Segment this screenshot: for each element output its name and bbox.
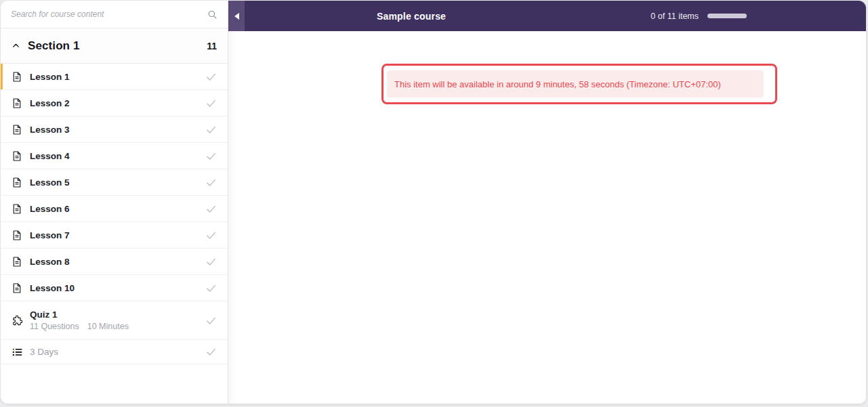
checkmark-icon <box>205 176 217 188</box>
section-header[interactable]: Section 1 11 <box>1 28 228 64</box>
course-content-sidebar: Section 1 11 Lesson 1 Lesson 2 Lesson 3 <box>1 1 228 404</box>
search-bar <box>1 1 228 28</box>
search-input[interactable] <box>11 9 206 19</box>
checkmark-icon <box>205 346 217 358</box>
sidebar-item-lesson-3[interactable]: Lesson 3 <box>1 116 228 143</box>
item-meta: 10 Minutes <box>87 322 129 331</box>
checkmark-icon <box>205 282 217 294</box>
document-icon <box>12 98 22 108</box>
item-meta: 11 Questions <box>30 322 79 331</box>
progress-label: 0 of 11 items <box>650 12 699 21</box>
checkmark-icon <box>205 314 217 326</box>
item-label: Lesson 8 <box>30 257 70 267</box>
item-label: Lesson 5 <box>30 177 70 188</box>
document-icon <box>12 177 22 188</box>
sidebar-item-lesson-4[interactable]: Lesson 4 <box>1 143 228 169</box>
sidebar-item-lesson-5[interactable]: Lesson 5 <box>1 169 228 196</box>
page-background: Section 1 11 Lesson 1 Lesson 2 Lesson 3 <box>0 0 868 407</box>
course-player-window: Section 1 11 Lesson 1 Lesson 2 Lesson 3 <box>1 1 866 404</box>
search-icon[interactable] <box>206 8 218 20</box>
checkmark-icon <box>205 97 217 109</box>
document-icon <box>12 203 22 214</box>
checkmark-icon <box>205 123 217 135</box>
document-icon <box>12 282 22 293</box>
document-icon <box>12 150 22 161</box>
checkmark-icon <box>205 202 217 215</box>
item-label: Lesson 6 <box>30 204 70 214</box>
checkmark-icon <box>205 70 217 83</box>
item-label: 3 Days <box>30 347 58 357</box>
sidebar-item-lesson-1[interactable]: Lesson 1 <box>1 64 228 90</box>
sidebar-item-quiz-1[interactable]: Quiz 1 11 Questions10 Minutes <box>1 301 228 340</box>
sidebar-item-lesson-10[interactable]: Lesson 10 <box>1 275 228 301</box>
item-label: Lesson 7 <box>30 230 70 240</box>
progress-bar <box>707 14 747 18</box>
document-icon <box>12 230 22 240</box>
item-meta-row: 11 Questions10 Minutes <box>30 322 129 331</box>
chevron-up-icon <box>12 41 20 50</box>
document-icon <box>12 71 22 82</box>
item-label: Lesson 3 <box>30 125 70 135</box>
checkmark-icon <box>205 150 217 162</box>
item-label: Lesson 4 <box>30 151 70 161</box>
content-area: This item will be available in around 9 … <box>228 31 866 404</box>
section-item-count: 11 <box>207 41 217 51</box>
sidebar-item-lesson-7[interactable]: Lesson 7 <box>1 222 228 249</box>
sidebar-item-lesson-6[interactable]: Lesson 6 <box>1 196 228 222</box>
sidebar-item-3-days[interactable]: 3 Days <box>1 340 228 364</box>
section-title: Section 1 <box>28 39 79 53</box>
course-header: Sample course 0 of 11 items <box>228 1 866 31</box>
progress-indicator: 0 of 11 items <box>650 1 747 31</box>
document-icon <box>12 124 22 135</box>
left-triangle-icon <box>234 13 239 20</box>
sidebar-item-lesson-2[interactable]: Lesson 2 <box>1 90 228 116</box>
puzzle-icon <box>12 315 22 326</box>
highlight-annotation-box: This item will be available in around 9 … <box>381 64 777 104</box>
item-label: Quiz 1 <box>30 309 129 320</box>
sidebar-item-lesson-8[interactable]: Lesson 8 <box>1 249 228 275</box>
document-icon <box>12 256 22 267</box>
checkmark-icon <box>205 229 217 241</box>
main-content: Sample course 0 of 11 items This item wi… <box>228 1 866 404</box>
item-label: Lesson 1 <box>30 72 70 82</box>
course-title: Sample course <box>377 1 446 31</box>
availability-alert: This item will be available in around 9 … <box>387 70 764 98</box>
alert-text: This item will be available in around 9 … <box>394 79 721 89</box>
lesson-list: Lesson 1 Lesson 2 Lesson 3 Lesson 4 Less <box>1 64 228 404</box>
checkmark-icon <box>205 255 217 267</box>
collapse-sidebar-button[interactable] <box>228 1 245 31</box>
list-icon <box>12 347 22 358</box>
item-label: Lesson 10 <box>30 283 75 293</box>
item-label: Lesson 2 <box>30 98 70 108</box>
